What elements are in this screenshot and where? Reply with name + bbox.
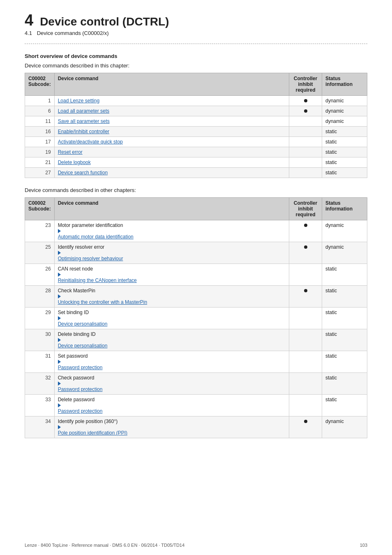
arrow-icon bbox=[58, 382, 61, 386]
command-link[interactable]: Reset error bbox=[58, 149, 83, 155]
footer: Lenze · 8400 TopLine · Reference manual … bbox=[25, 543, 367, 548]
row-command[interactable]: Load Lenze setting bbox=[54, 96, 289, 106]
row-controller-dot bbox=[289, 308, 322, 329]
row-num: 16 bbox=[25, 127, 55, 137]
arrow-icon bbox=[58, 338, 61, 342]
table-row: 23Motor parameter identificationAutomati… bbox=[25, 220, 367, 242]
row-command[interactable]: Load all parameter sets bbox=[54, 106, 289, 116]
table-row: 29Set binding IDDevice personalisationst… bbox=[25, 308, 367, 329]
row-command[interactable]: Save all parameter sets bbox=[54, 116, 289, 127]
row-status: static bbox=[322, 168, 367, 178]
bullet-dot bbox=[304, 224, 307, 227]
table-row: 28Check MasterPinUnlocking the controlle… bbox=[25, 286, 367, 308]
command-link[interactable]: Activate/deactivate quick stop bbox=[58, 139, 123, 145]
row-command[interactable]: Reset error bbox=[54, 147, 289, 157]
table-row: 34Identify pole position (360°)Pole posi… bbox=[25, 416, 367, 438]
table-row: 26CAN reset nodeReinitialising the CANop… bbox=[25, 264, 367, 286]
sub-link[interactable]: Unlocking the controller with a MasterPi… bbox=[58, 299, 286, 305]
row-command: Set passwordPassword protection bbox=[54, 351, 289, 373]
row-command: Delete passwordPassword protection bbox=[54, 395, 289, 416]
row-controller-dot bbox=[289, 147, 322, 157]
row-controller-dot bbox=[289, 351, 322, 373]
row-command: Check passwordPassword protection bbox=[54, 373, 289, 395]
table-row: 21Delete logbookstatic bbox=[25, 157, 367, 168]
row-controller-dot bbox=[289, 416, 322, 438]
arrow-icon bbox=[58, 251, 61, 255]
arrow-icon bbox=[58, 403, 61, 407]
section1-title: Short overview of device commands bbox=[25, 53, 367, 59]
table-row: 17Activate/deactivate quick stopstatic bbox=[25, 137, 367, 147]
main-command: Identify resolver error bbox=[58, 244, 104, 250]
sub-title: Device commands (C00002/x) bbox=[37, 30, 109, 36]
arrow-icon bbox=[58, 425, 61, 429]
bullet-dot bbox=[304, 99, 307, 102]
col-header-subcode: C00002Subcode: bbox=[25, 73, 55, 96]
section1-tbody: 1Load Lenze settingdynamic6Load all para… bbox=[25, 96, 367, 178]
row-num: 29 bbox=[25, 308, 55, 329]
footer-right: 103 bbox=[360, 543, 367, 548]
sub-link[interactable]: Device personalisation bbox=[58, 343, 286, 349]
row-command: Set binding IDDevice personalisation bbox=[54, 308, 289, 329]
main-command: Set password bbox=[58, 353, 88, 359]
sub-link[interactable]: Optimising resolver behaviour bbox=[58, 256, 286, 261]
sub-link[interactable]: Password protection bbox=[58, 365, 286, 370]
main-command: Check MasterPin bbox=[58, 288, 95, 294]
sub-link[interactable]: Device personalisation bbox=[58, 321, 286, 327]
bullet-dot bbox=[304, 289, 307, 292]
row-controller-dot bbox=[289, 137, 322, 147]
row-controller-dot bbox=[289, 395, 322, 416]
section2-intro: Device commands described in other chapt… bbox=[25, 187, 367, 193]
table-row: 27Device search functionstatic bbox=[25, 168, 367, 178]
table-row: 16Enable/Inhibit controllerstatic bbox=[25, 127, 367, 137]
row-command[interactable]: Enable/Inhibit controller bbox=[54, 127, 289, 137]
row-command[interactable]: Activate/deactivate quick stop bbox=[54, 137, 289, 147]
row-num: 23 bbox=[25, 220, 55, 242]
command-link[interactable]: Delete logbook bbox=[58, 160, 91, 165]
chapter-number: 4 bbox=[25, 12, 33, 28]
col-header-controller: Controllerinhibitrequired bbox=[289, 73, 322, 96]
col2-header-device-cmd: Device command bbox=[54, 198, 289, 220]
row-status: static bbox=[322, 395, 367, 416]
sub-link[interactable]: Password protection bbox=[58, 408, 286, 414]
section2-table: C00002Subcode: Device command Controller… bbox=[25, 197, 367, 438]
main-command: Set binding ID bbox=[58, 310, 89, 315]
command-link[interactable]: Device search function bbox=[58, 170, 108, 176]
row-num: 25 bbox=[25, 242, 55, 264]
arrow-icon bbox=[58, 316, 61, 320]
table-row: 30Delete binding IDDevice personalisatio… bbox=[25, 329, 367, 351]
row-status: dynamic bbox=[322, 416, 367, 438]
bullet-dot bbox=[304, 420, 307, 423]
section2-tbody: 23Motor parameter identificationAutomati… bbox=[25, 220, 367, 438]
arrow-icon bbox=[58, 229, 61, 233]
row-num: 32 bbox=[25, 373, 55, 395]
table2-header-row: C00002Subcode: Device command Controller… bbox=[25, 198, 367, 220]
row-num: 1 bbox=[25, 96, 55, 106]
row-command: CAN reset nodeReinitialising the CANopen… bbox=[54, 264, 289, 286]
row-command: Delete binding IDDevice personalisation bbox=[54, 329, 289, 351]
row-num: 31 bbox=[25, 351, 55, 373]
table-row: 32Check passwordPassword protectionstati… bbox=[25, 373, 367, 395]
command-link[interactable]: Enable/Inhibit controller bbox=[58, 129, 109, 134]
row-status: static bbox=[322, 264, 367, 286]
row-num: 26 bbox=[25, 264, 55, 286]
row-controller-dot bbox=[289, 116, 322, 127]
command-link[interactable]: Load all parameter sets bbox=[58, 108, 109, 114]
row-controller-dot bbox=[289, 106, 322, 116]
sub-link[interactable]: Reinitialising the CANopen interface bbox=[58, 278, 286, 283]
sub-link[interactable]: Password protection bbox=[58, 386, 286, 392]
row-status: static bbox=[322, 286, 367, 308]
table-row: 11Save all parameter setsdynamic bbox=[25, 116, 367, 127]
sub-link[interactable]: Pole position identification (PPI) bbox=[58, 430, 286, 436]
sub-link[interactable]: Automatic motor data identification bbox=[58, 234, 286, 240]
row-controller-dot bbox=[289, 157, 322, 168]
table-row: 25Identify resolver errorOptimising reso… bbox=[25, 242, 367, 264]
row-controller-dot bbox=[289, 127, 322, 137]
row-command[interactable]: Device search function bbox=[54, 168, 289, 178]
row-status: static bbox=[322, 127, 367, 137]
row-controller-dot bbox=[289, 220, 322, 242]
row-controller-dot bbox=[289, 373, 322, 395]
command-link[interactable]: Save all parameter sets bbox=[58, 118, 110, 124]
command-link[interactable]: Load Lenze setting bbox=[58, 98, 99, 104]
row-command[interactable]: Delete logbook bbox=[54, 157, 289, 168]
main-command: Check password bbox=[58, 375, 95, 381]
